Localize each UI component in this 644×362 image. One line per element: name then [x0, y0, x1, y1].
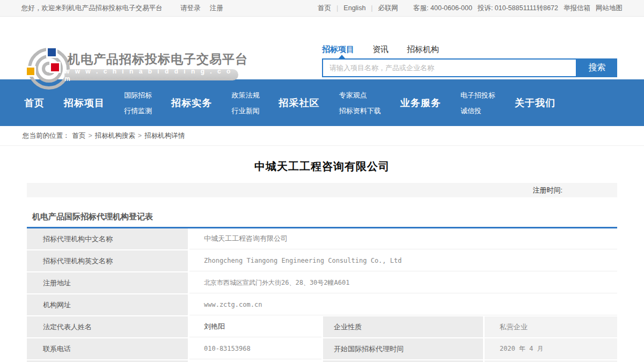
breadcrumb-separator: >: [138, 132, 142, 139]
table-value-phone: 010-83153968: [189, 338, 321, 359]
english-link[interactable]: English: [343, 4, 365, 12]
topbar-right: 首页 | English | 必联网 客服: 400-0606-000 投诉: …: [318, 4, 623, 13]
topbar: 您好，欢迎来到机电产品招标投标电子交易平台 请登录 注册 首页 | Englis…: [0, 0, 644, 17]
site-logo-icon[interactable]: [28, 48, 70, 90]
service-phone: 客服: 400-0606-000: [413, 4, 472, 13]
breadcrumb-separator: >: [89, 132, 92, 139]
nav-sub-bottom[interactable]: 行情监测: [124, 103, 152, 119]
welcome-text: 您好，欢迎来到机电产品招标投标电子交易平台: [21, 4, 163, 12]
bilian-link[interactable]: 必联网: [378, 4, 399, 13]
breadcrumb-agency-detail[interactable]: 招标机构详情: [144, 131, 185, 141]
breadcrumb-home[interactable]: 首页: [72, 131, 86, 141]
sitemap-link[interactable]: 网站地图: [596, 4, 623, 13]
table-value-start-date: 2020 年 4 月: [485, 338, 617, 359]
nav-sub-bottom[interactable]: 行业新闻: [231, 103, 259, 119]
table-label-enterprise-type: 企业性质: [323, 316, 483, 337]
divider: |: [371, 4, 372, 12]
complaint-phone: 投诉: 010-58851111转8672: [478, 4, 558, 13]
table-label-start-date: 开始国际招标代理时间: [323, 338, 483, 359]
table-value-website: www.zctg.com.cn: [189, 294, 617, 315]
table-label-legal-rep: 法定代表人姓名: [27, 316, 188, 337]
search-tab-projects[interactable]: 招标项目: [322, 45, 354, 55]
nav-sub-bottom[interactable]: 招标资料下载: [339, 103, 381, 119]
site-url-pill: w w w . c h i n a b i d d i n g . c o m: [64, 69, 238, 80]
site-header: 机电产品招标投标电子交易平台 w w w . c h i n a b i d d…: [0, 17, 644, 79]
main-nav: 首页 招标项目 国际招标 行情监测 招标实务 政策法规 行业新闻 招采社区 专家…: [0, 79, 644, 126]
search-tabs: 招标项目 资讯 招标机构: [322, 45, 439, 55]
nav-sub-top[interactable]: 电子招投标: [460, 87, 495, 103]
table-label-cn-name: 招标代理机构中文名称: [27, 228, 188, 249]
search-tab-news[interactable]: 资讯: [372, 45, 389, 55]
breadcrumb-prefix: 您当前的位置：: [23, 131, 70, 141]
table-value-legal-rep: 刘艳阳: [189, 316, 321, 337]
search-tab-agencies[interactable]: 招标机构: [407, 45, 439, 55]
nav-about-us[interactable]: 关于我们: [515, 97, 555, 109]
logo-orange-square: [27, 68, 34, 75]
nav-ebidding[interactable]: 电子招投标 诚信投: [460, 87, 495, 119]
nav-international-bidding[interactable]: 国际招标 行情监测: [124, 87, 152, 119]
nav-community[interactable]: 招采社区: [279, 97, 320, 109]
table-label-address: 注册地址: [27, 272, 188, 293]
site-title: 机电产品招标投标电子交易平台: [68, 51, 248, 68]
breadcrumb: 您当前的位置： 首页 > 招标机构搜索 > 招标机构详情: [0, 126, 644, 146]
report-mailbox-link[interactable]: 举报信箱: [564, 4, 590, 13]
register-time-bar: 注册时间:: [27, 183, 617, 197]
nav-bidding-projects[interactable]: 招标项目: [64, 97, 105, 109]
divider: |: [336, 4, 338, 12]
search-input[interactable]: [322, 58, 577, 77]
table-value-en-name: Zhongcheng Tiangong Engineering Consulti…: [189, 250, 617, 271]
table-value-cn-name: 中城天工工程咨询有限公司: [189, 228, 617, 249]
table-value-address: 北京市西城区宣武门外大街26、28、30号2幢A601: [189, 272, 617, 293]
nav-sub-top[interactable]: 专家观点: [339, 87, 381, 103]
registration-table: 招标代理机构中文名称 中城天工工程咨询有限公司 招标代理机构英文名称 Zhong…: [27, 228, 617, 362]
login-link[interactable]: 请登录: [180, 4, 201, 12]
home-link[interactable]: 首页: [318, 4, 331, 13]
table-value-enterprise-type: 私营企业: [485, 316, 617, 337]
nav-sub-top[interactable]: 国际招标: [124, 87, 152, 103]
nav-policy-news[interactable]: 政策法规 行业新闻: [231, 87, 259, 119]
logo-blue-square: [48, 48, 56, 56]
nav-business-services[interactable]: 业务服务: [400, 97, 441, 109]
nav-sub-top[interactable]: 政策法规: [231, 87, 259, 103]
topbar-left: 您好，欢迎来到机电产品招标投标电子交易平台 请登录 注册: [21, 4, 231, 13]
register-time-label: 注册时间:: [532, 186, 562, 195]
active-tab-pointer-icon: [339, 55, 345, 58]
register-link[interactable]: 注册: [210, 4, 223, 12]
table-label-phone: 联系电话: [27, 338, 188, 359]
nav-bidding-practice[interactable]: 招标实务: [171, 97, 212, 109]
breadcrumb-agency-search[interactable]: 招标机构搜索: [95, 131, 135, 141]
company-title: 中城天工工程咨询有限公司: [0, 159, 644, 174]
nav-expert-downloads[interactable]: 专家观点 招标资料下载: [339, 87, 381, 119]
logo-red-square: [51, 63, 59, 71]
nav-sub-bottom[interactable]: 诚信投: [460, 103, 495, 119]
registration-form-title: 机电产品国际招标代理机构登记表: [32, 212, 644, 222]
table-label-website: 机构网址: [27, 294, 188, 315]
nav-home[interactable]: 首页: [24, 97, 45, 109]
table-label-en-name: 招标代理机构英文名称: [27, 250, 188, 271]
search-button[interactable]: 搜索: [577, 58, 617, 77]
